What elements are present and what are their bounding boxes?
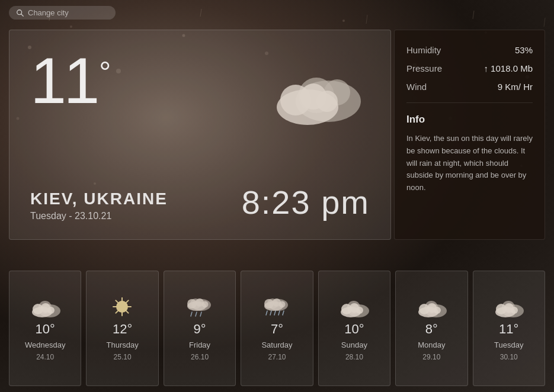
- forecast-temperature: 11°: [499, 322, 518, 337]
- svg-line-41: [116, 311, 119, 313]
- svg-line-58: [270, 311, 271, 315]
- search-bar[interactable]: [9, 6, 116, 20]
- svg-line-60: [278, 311, 280, 315]
- main-bottom: KIEV, UKRAINE Tuesday - 23.10.21 8:23 pm: [30, 183, 370, 221]
- forecast-day: Monday: [418, 340, 445, 349]
- info-title: Info: [406, 114, 533, 126]
- svg-line-19: [21, 14, 24, 16]
- city-date: Tuesday - 23.10.21: [30, 211, 168, 221]
- svg-line-59: [274, 311, 276, 315]
- humidity-value: 53%: [515, 45, 533, 55]
- pressure-value: ↑ 1018.0 Mb: [483, 63, 533, 73]
- forecast-day: Saturday: [261, 340, 292, 349]
- info-divider: [406, 102, 533, 103]
- wind-value: 9 Km/ Hr: [498, 82, 533, 92]
- main-top: 11 °: [30, 48, 370, 125]
- pressure-label: Pressure: [406, 63, 442, 73]
- forecast-date: 27.10: [268, 353, 286, 361]
- main-weather-icon: [263, 60, 370, 125]
- forecast-date: 24.10: [36, 353, 54, 361]
- svg-point-54: [264, 299, 274, 309]
- svg-point-26: [316, 91, 338, 112]
- temperature-display: 11 °: [30, 48, 111, 113]
- pressure-stat: Pressure ↑ 1018.0 Mb: [406, 63, 533, 73]
- forecast-card[interactable]: 10° Wednesday 24.10: [9, 271, 81, 386]
- forecast-temperature: 10°: [36, 322, 55, 337]
- forecast-weather-icon: [338, 295, 370, 318]
- forecast-temperature: 10°: [344, 322, 364, 337]
- forecast-date: 25.10: [114, 353, 132, 361]
- humidity-stat: Humidity 53%: [406, 45, 533, 55]
- search-icon: [16, 9, 24, 17]
- forecast-date: 28.10: [345, 353, 363, 361]
- forecast-weather-icon: [29, 295, 62, 318]
- forecast-temperature: 8°: [425, 322, 438, 337]
- time-display: 8:23 pm: [242, 183, 370, 221]
- svg-point-67: [356, 307, 363, 314]
- info-text: In Kiev, the sun on this day will rarely…: [406, 133, 533, 194]
- svg-line-61: [283, 311, 284, 315]
- svg-point-32: [47, 307, 55, 314]
- forecast-card[interactable]: 9° Friday 26.10: [164, 271, 236, 386]
- forecast-card[interactable]: 11° Tuesday 30.10: [473, 271, 545, 386]
- forecast-card[interactable]: 12° Thursday 25.10: [86, 271, 158, 386]
- svg-line-57: [266, 311, 267, 315]
- forecast-day: Friday: [189, 340, 210, 349]
- forecast-day: Thursday: [107, 340, 139, 349]
- forecast-date: 26.10: [191, 353, 209, 361]
- search-input[interactable]: [28, 8, 108, 17]
- svg-point-79: [511, 307, 518, 314]
- forecast-weather-icon: [492, 295, 525, 318]
- forecast-card[interactable]: 7° Saturday 27.10: [241, 271, 313, 386]
- forecast-weather-icon: [184, 295, 216, 318]
- forecast-day: Sunday: [341, 340, 367, 349]
- forecast-date: 29.10: [422, 353, 440, 361]
- wind-label: Wind: [406, 82, 427, 92]
- forecast-card[interactable]: 8° Monday 29.10: [395, 271, 467, 386]
- forecast-weather-icon: [106, 295, 139, 318]
- forecast-day: Wednesday: [25, 340, 65, 349]
- info-panel: Humidity 53% Pressure ↑ 1018.0 Mb Wind 9…: [394, 30, 545, 240]
- forecast-temperature: 9°: [194, 322, 206, 337]
- humidity-label: Humidity: [406, 45, 441, 55]
- temperature-number: 11: [30, 48, 97, 113]
- forecast-card[interactable]: 10° Sunday 28.10: [318, 271, 390, 386]
- forecast-day: Tuesday: [494, 340, 523, 349]
- svg-line-38: [116, 300, 119, 303]
- svg-line-48: [191, 312, 192, 316]
- forecast-row: 10° Wednesday 24.10 12° Thursday 25.10: [9, 271, 545, 386]
- forecast-temperature: 7°: [271, 322, 283, 337]
- svg-line-39: [126, 311, 129, 313]
- svg-point-47: [201, 301, 208, 308]
- forecast-temperature: 12°: [113, 322, 132, 337]
- svg-point-56: [278, 301, 285, 308]
- svg-line-40: [126, 300, 129, 303]
- svg-line-49: [196, 312, 197, 316]
- forecast-weather-icon: [415, 295, 448, 318]
- city-info: KIEV, UKRAINE Tuesday - 23.10.21: [30, 189, 168, 221]
- svg-line-50: [200, 312, 201, 316]
- main-weather-card: 11 ° KIEV, UKRAINE Tuesday - 23.10.21 8:…: [9, 30, 391, 240]
- forecast-date: 30.10: [500, 353, 518, 361]
- city-name: KIEV, UKRAINE: [30, 189, 168, 208]
- svg-point-45: [187, 299, 197, 309]
- temperature-degree: °: [99, 55, 111, 89]
- forecast-weather-icon: [261, 295, 293, 318]
- svg-point-73: [434, 307, 441, 314]
- wind-stat: Wind 9 Km/ Hr: [406, 82, 533, 92]
